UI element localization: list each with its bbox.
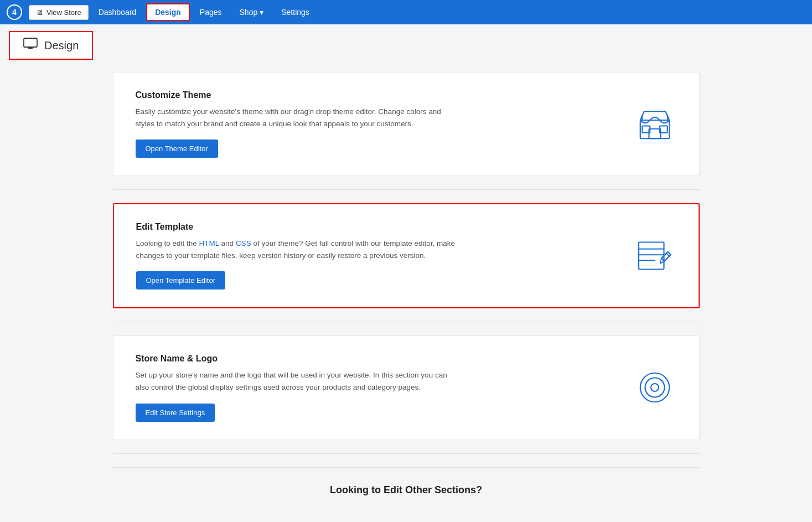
customize-theme-content: Customize Theme Easily customize your we… bbox=[136, 90, 615, 158]
open-template-editor-button[interactable]: Open Template Editor bbox=[136, 271, 226, 290]
chevron-down-icon: ▾ bbox=[260, 8, 263, 17]
html-link: HTML bbox=[199, 239, 219, 247]
view-store-label: View Store bbox=[46, 8, 81, 17]
edit-template-content: Edit Template Looking to edit the HTML a… bbox=[136, 222, 614, 290]
view-store-button[interactable]: 🖥 View Store bbox=[29, 5, 89, 20]
store-name-logo-desc: Set up your store's name and the logo th… bbox=[136, 369, 457, 393]
edit-store-settings-button[interactable]: Edit Store Settings bbox=[136, 404, 215, 422]
open-theme-editor-button[interactable]: Open Theme Editor bbox=[136, 139, 218, 158]
css-link: CSS bbox=[236, 239, 251, 247]
customize-theme-icon bbox=[633, 105, 677, 143]
shop-label: Shop bbox=[240, 8, 258, 17]
edit-template-icon bbox=[632, 236, 676, 275]
svg-line-15 bbox=[666, 254, 669, 256]
store-name-logo-content: Store Name & Logo Set up your store's na… bbox=[136, 354, 615, 421]
nav-link-dashboard[interactable]: Dashboard bbox=[91, 4, 144, 20]
design-icon bbox=[23, 38, 38, 53]
bottom-section-title: Looking to Edit Other Sections? bbox=[113, 467, 700, 502]
svg-rect-9 bbox=[639, 242, 664, 270]
divider-1 bbox=[113, 189, 700, 190]
page-title: Design bbox=[44, 39, 79, 52]
nav-link-pages[interactable]: Pages bbox=[192, 4, 230, 20]
page-header: Design bbox=[9, 31, 93, 60]
edit-template-desc: Looking to edit the HTML and CSS of your… bbox=[136, 237, 457, 261]
svg-rect-4 bbox=[649, 129, 660, 139]
store-name-logo-icon bbox=[633, 368, 677, 407]
laptop-icon: 🖥 bbox=[36, 8, 43, 17]
store-name-logo-title: Store Name & Logo bbox=[136, 354, 615, 364]
nav-link-shop[interactable]: Shop ▾ bbox=[232, 4, 272, 20]
store-name-logo-card: Store Name & Logo Set up your store's na… bbox=[113, 335, 700, 440]
nav-link-design[interactable]: Design bbox=[146, 3, 190, 21]
top-navigation: 4 🖥 View Store Dashboard Design Pages Sh… bbox=[0, 0, 812, 24]
main-content: Customize Theme Easily customize your we… bbox=[102, 66, 711, 522]
svg-rect-0 bbox=[24, 38, 37, 47]
customize-theme-card: Customize Theme Easily customize your we… bbox=[113, 72, 700, 176]
customize-theme-title: Customize Theme bbox=[136, 90, 615, 100]
nav-link-settings[interactable]: Settings bbox=[273, 4, 317, 20]
svg-point-18 bbox=[651, 384, 659, 391]
svg-point-17 bbox=[645, 378, 664, 397]
edit-template-card: Edit Template Looking to edit the HTML a… bbox=[113, 203, 700, 308]
edit-template-title: Edit Template bbox=[136, 222, 614, 232]
divider-3 bbox=[113, 453, 700, 454]
badge-number: 4 bbox=[7, 4, 22, 20]
customize-theme-desc: Easily customize your website's theme wi… bbox=[136, 106, 457, 130]
divider-2 bbox=[113, 322, 700, 322]
